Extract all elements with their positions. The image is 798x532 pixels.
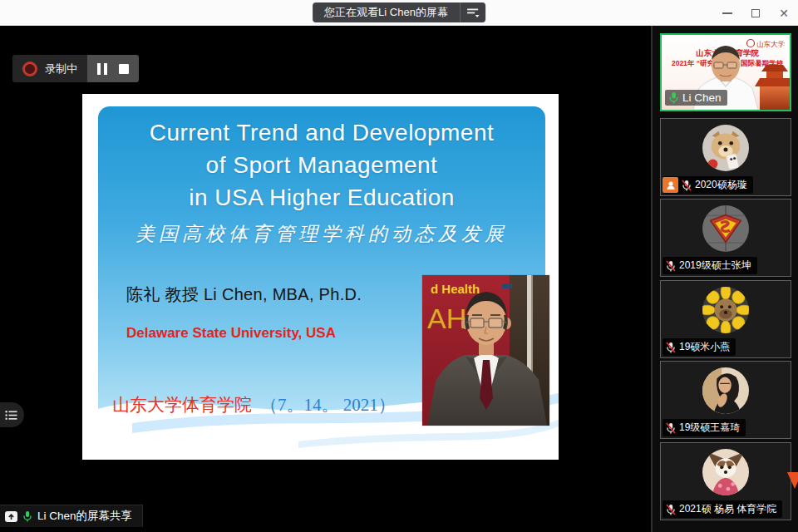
- participant-tile[interactable]: 2019级硕士张坤: [660, 199, 791, 277]
- screen-share-banner: Li Chen的屏幕共享: [0, 505, 143, 527]
- window-controls: ✕: [713, 0, 798, 26]
- side-panel-toggle-button[interactable]: [0, 402, 24, 427]
- virtual-bg-logo: 山东大学: [756, 40, 786, 48]
- mic-muted-icon: [666, 260, 676, 272]
- mic-on-icon: [22, 510, 32, 522]
- superman-logo-avatar: [702, 205, 749, 252]
- recording-controls: [87, 55, 139, 82]
- photo-banner-text2: AH: [427, 303, 466, 334]
- participant-name: 19级硕王嘉琦: [679, 421, 740, 435]
- participant-name: 2020硕杨璇: [695, 178, 747, 192]
- viewing-status-text: 您正在观看Li Chen的屏幕: [313, 5, 460, 20]
- participant-tile[interactable]: 2021硕 杨易 体育学院: [660, 442, 791, 520]
- participant-name: Li Chen: [682, 91, 722, 104]
- participants-sidebar: 山东大学体育学院 2021年 “研究生科研” 国际暑期学校 山东大学: [651, 26, 798, 532]
- photo-banner-text: d Health: [431, 282, 480, 296]
- person-badge-icon: [663, 177, 678, 193]
- slide-title: Current Trend and Development of Sport M…: [98, 116, 545, 214]
- close-icon: ✕: [779, 7, 789, 19]
- mic-muted-icon: [666, 342, 676, 353]
- close-button[interactable]: ✕: [770, 0, 798, 26]
- sunflower-dog-avatar: [702, 287, 749, 333]
- participant-name-label: Li Chen: [665, 90, 727, 106]
- view-options-button[interactable]: [460, 2, 485, 22]
- puppy-avatar: [702, 125, 749, 171]
- mic-muted-icon: [682, 180, 692, 191]
- participant-name-label: 19硕米小燕: [663, 338, 736, 356]
- meeting-window: 您正在观看Li Chen的屏幕 ✕ 录制中: [0, 0, 798, 532]
- mic-on-icon: [668, 91, 679, 104]
- slide-footer: 山东大学体育学院（7。14。 2021）: [112, 393, 396, 416]
- list-icon: [5, 410, 17, 421]
- participant-name-label: 2019级硕士张坤: [663, 257, 757, 274]
- slide-title-line3: in USA Higher Education: [98, 181, 545, 214]
- screen-share-icon: [5, 511, 17, 522]
- shared-screen-area: 录制中 Current Trend and Development of Spo…: [0, 26, 651, 532]
- participant-tile[interactable]: 19级硕王嘉琦: [660, 361, 791, 439]
- woman-photo-avatar: [702, 367, 749, 414]
- participant-name-label: 2020硕杨璇: [663, 176, 753, 194]
- list-dropdown-icon: [466, 7, 480, 17]
- presenter-affiliation: Delaware State University, USA: [126, 325, 336, 342]
- papillon-dog-avatar: [702, 449, 749, 495]
- presentation-slide: Current Trend and Development of Sport M…: [82, 94, 559, 460]
- titlebar: 您正在观看Li Chen的屏幕 ✕: [0, 0, 798, 26]
- participant-name-label: 19级硕王嘉琦: [663, 419, 746, 436]
- pause-recording-button[interactable]: [97, 63, 107, 75]
- stop-recording-button[interactable]: [119, 64, 129, 74]
- maximize-icon: [751, 9, 760, 17]
- recording-bar: 录制中: [12, 55, 139, 82]
- recording-status-label: 录制中: [45, 62, 77, 76]
- recording-dot-icon: [22, 62, 37, 76]
- recording-status: 录制中: [12, 55, 87, 82]
- participant-tile-li-chen[interactable]: 山东大学体育学院 2021年 “研究生科研” 国际暑期学校 山东大学: [660, 33, 791, 111]
- footer-date: （7。14。 2021）: [260, 395, 396, 415]
- maximize-button[interactable]: [741, 0, 770, 26]
- participant-tile[interactable]: 2020硕杨璇: [660, 118, 791, 196]
- participant-tile[interactable]: 19硕米小燕: [660, 280, 791, 358]
- participant-name: 2019级硕士张坤: [679, 259, 751, 273]
- footer-school: 山东大学体育学院: [112, 395, 252, 415]
- screen-share-banner-text: Li Chen的屏幕共享: [37, 509, 132, 524]
- slide-subtitle-chinese: 美国高校体育管理学科的动态及发展: [98, 221, 545, 247]
- slide-title-line2: of Sport Management: [98, 149, 545, 181]
- mic-muted-icon: [666, 422, 676, 434]
- slide-title-line1: Current Trend and Development: [98, 116, 545, 149]
- mic-muted-icon: [666, 504, 676, 515]
- participant-name: 19硕米小燕: [679, 340, 730, 354]
- minimize-button[interactable]: [713, 0, 741, 26]
- viewing-status-pill[interactable]: 您正在观看Li Chen的屏幕: [313, 2, 485, 22]
- presenter-name: 陈礼 教授 Li Chen, MBA, Ph.D.: [126, 283, 362, 306]
- scroll-indicator-arrow[interactable]: [787, 472, 798, 489]
- minimize-icon: [722, 12, 732, 14]
- presenter-photo: d Health AH: [422, 275, 549, 426]
- participant-name: 2021硕 杨易 体育学院: [679, 502, 776, 516]
- participant-name-label: 2021硕 杨易 体育学院: [663, 500, 782, 518]
